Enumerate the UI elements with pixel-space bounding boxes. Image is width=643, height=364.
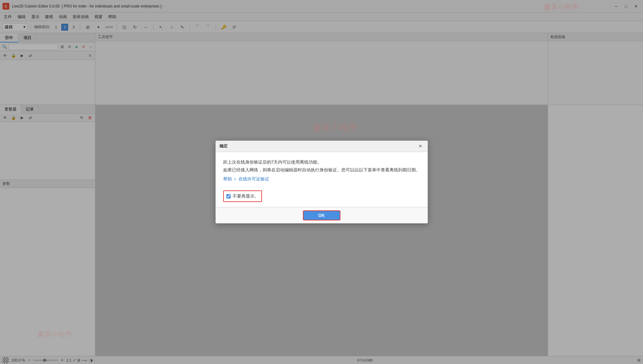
dialog-message-line2: 如果已经接入网络，则将在启动编辑器时自动执行身份验证。您可以以以下菜单中查看离线… <box>223 166 420 174</box>
dialog-message-line1: 距上次在线身份验证后的7天内可以使用离线功能。 <box>223 158 420 166</box>
dialog-link[interactable]: 帮助 ＞ 在线许可证验证 <box>223 175 420 183</box>
dont-show-again-label[interactable]: 不要再显示。 <box>223 190 262 202</box>
checkbox-container: 不要再显示。 <box>223 187 420 202</box>
dialog-title: 确定 <box>219 143 417 149</box>
dialog-body: 距上次在线身份验证后的7天内可以使用离线功能。 如果已经接入网络，则将在启动编辑… <box>216 152 428 207</box>
ok-button[interactable]: OK <box>303 210 340 220</box>
dialog: 确定 ✕ 距上次在线身份验证后的7天内可以使用离线功能。 如果已经接入网络，则将… <box>215 140 428 224</box>
dont-show-again-checkbox[interactable] <box>226 194 231 199</box>
dialog-title-bar: 确定 ✕ <box>216 141 428 152</box>
dialog-footer: OK <box>216 207 428 223</box>
dialog-close-button[interactable]: ✕ <box>417 143 424 150</box>
dialog-overlay: 确定 ✕ 距上次在线身份验证后的7天内可以使用离线功能。 如果已经接入网络，则将… <box>0 0 643 364</box>
checkbox-label-text: 不要再显示。 <box>233 192 259 200</box>
